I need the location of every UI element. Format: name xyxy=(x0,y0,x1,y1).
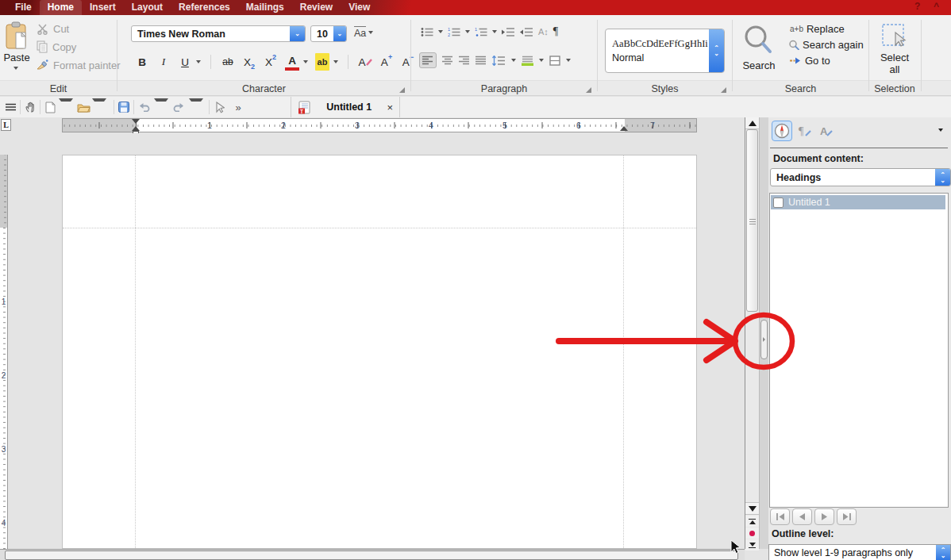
styles-stepper[interactable]: ⌃⌄ xyxy=(709,29,724,72)
tab-home[interactable]: Home xyxy=(40,0,82,15)
increase-indent-icon[interactable] xyxy=(502,27,515,37)
scrollbar-thumb[interactable] xyxy=(746,129,758,312)
styles-dialog-launcher[interactable] xyxy=(721,87,726,93)
sidebar-hide-handle[interactable] xyxy=(760,320,768,359)
tab-view[interactable]: View xyxy=(341,0,378,15)
pointer-tool-icon[interactable] xyxy=(212,98,226,116)
highlight-color-button[interactable]: ab xyxy=(315,53,329,71)
font-size-select[interactable]: 10 ⌄ xyxy=(310,25,347,42)
tab-references[interactable]: References xyxy=(171,0,238,15)
highlight-caret[interactable] xyxy=(333,60,338,63)
heading-checkbox[interactable] xyxy=(773,198,784,208)
decrease-indent-icon[interactable] xyxy=(520,27,533,37)
font-name-select[interactable]: Times New Roman ⌄ xyxy=(131,25,306,42)
numbered-list-icon[interactable]: 12 xyxy=(448,27,460,37)
horizontal-scrollbar[interactable] xyxy=(0,549,745,560)
document-content-stepper[interactable]: ⌃⌄ xyxy=(935,169,950,186)
hamburger-icon[interactable] xyxy=(3,98,17,116)
goto-button[interactable]: Go to xyxy=(790,55,830,67)
help-button[interactable]: ? xyxy=(914,1,920,12)
clear-formatting-button[interactable]: A xyxy=(358,53,372,71)
character-style-tab[interactable]: A xyxy=(816,121,837,141)
right-indent-marker[interactable] xyxy=(620,126,628,131)
hand-icon[interactable] xyxy=(23,98,37,116)
navigator-tab[interactable] xyxy=(772,121,792,141)
first-heading-button[interactable] xyxy=(770,508,790,525)
tab-insert[interactable]: Insert xyxy=(82,0,124,15)
redo-icon[interactable] xyxy=(171,98,186,116)
italic-button[interactable]: I xyxy=(156,53,171,71)
bullet-list-caret[interactable] xyxy=(438,30,443,33)
font-size-stepper[interactable]: ⌄ xyxy=(333,26,346,41)
collapse-ribbon-button[interactable]: ^ xyxy=(934,1,939,12)
headings-listbox[interactable]: Untitled 1 xyxy=(769,193,949,508)
format-painter-button[interactable]: Format painter xyxy=(36,59,121,71)
strikethrough-button[interactable]: ab xyxy=(221,53,235,71)
open-folder-icon[interactable] xyxy=(76,98,90,116)
paragraph-style-tab[interactable]: ¶ xyxy=(795,121,815,141)
next-page-button[interactable] xyxy=(745,539,759,550)
document-tab[interactable]: T Untitled 1 × xyxy=(291,97,400,117)
horizontal-scrollbar-thumb[interactable] xyxy=(5,550,738,560)
outline-list-caret[interactable] xyxy=(492,30,497,33)
align-center-button[interactable] xyxy=(442,56,453,65)
new-doc-icon[interactable] xyxy=(43,98,57,116)
document-content-select[interactable]: Headings ⌃⌄ xyxy=(770,168,951,186)
underline-caret[interactable] xyxy=(196,60,201,63)
list-item-untitled[interactable]: Untitled 1 xyxy=(771,195,945,209)
scroll-up-button[interactable] xyxy=(745,117,759,129)
search-button[interactable] xyxy=(742,24,774,57)
paragraph-shading-caret[interactable] xyxy=(539,59,544,62)
numbered-list-caret[interactable] xyxy=(465,30,470,33)
font-name-stepper[interactable]: ⌄ xyxy=(290,26,305,41)
undo-icon[interactable] xyxy=(137,98,151,116)
tab-layout[interactable]: Layout xyxy=(124,0,171,15)
last-heading-button[interactable] xyxy=(837,508,857,525)
font-color-button[interactable]: A xyxy=(285,53,299,71)
tab-mailings[interactable]: Mailings xyxy=(238,0,292,15)
close-tab-icon[interactable]: × xyxy=(387,102,393,113)
save-icon[interactable] xyxy=(117,98,131,116)
outline-level-select[interactable]: Show level 1-9 paragraphs only ⌃⌄ xyxy=(768,544,951,560)
borders-icon[interactable] xyxy=(549,56,560,66)
align-right-button[interactable] xyxy=(459,56,470,65)
copy-button[interactable]: Copy xyxy=(36,40,76,53)
subscript-button[interactable]: X2 xyxy=(242,53,256,71)
grow-font-button[interactable]: A+ xyxy=(379,53,394,71)
replace-button[interactable]: a+b Replace xyxy=(790,23,845,35)
superscript-button[interactable]: X2 xyxy=(264,53,278,71)
cut-button[interactable]: Cut xyxy=(37,23,69,35)
redo-caret[interactable] xyxy=(189,98,203,116)
first-line-indent-marker[interactable] xyxy=(132,119,140,124)
character-dialog-launcher[interactable] xyxy=(399,87,405,93)
previous-heading-button[interactable] xyxy=(792,508,812,525)
borders-caret[interactable] xyxy=(566,59,571,62)
tab-review[interactable]: Review xyxy=(292,0,341,15)
sidebar-menu-caret[interactable] xyxy=(938,128,943,132)
previous-page-button[interactable] xyxy=(745,516,759,527)
styles-gallery[interactable]: AaBbCcDdEeFfGgHhIi Normal ⌃⌄ xyxy=(605,29,725,73)
paragraph-dialog-launcher[interactable] xyxy=(586,87,591,93)
bullet-list-icon[interactable] xyxy=(421,27,433,37)
paste-dropdown-caret[interactable] xyxy=(13,67,18,70)
scroll-down-button[interactable] xyxy=(745,502,759,515)
outline-level-stepper[interactable]: ⌃⌄ xyxy=(936,545,950,560)
line-spacing-caret[interactable] xyxy=(511,59,516,62)
document-page[interactable] xyxy=(62,155,697,549)
next-heading-button[interactable] xyxy=(814,508,834,525)
tab-file[interactable]: File xyxy=(7,0,40,15)
undo-caret[interactable] xyxy=(154,98,168,116)
font-color-caret[interactable] xyxy=(303,60,308,63)
select-all-button[interactable] xyxy=(881,23,908,50)
change-case-button[interactable]: Aa xyxy=(354,26,373,39)
sort-icon[interactable]: A↕ xyxy=(538,27,549,36)
underline-button[interactable]: U xyxy=(178,53,192,71)
line-spacing-icon[interactable] xyxy=(492,56,506,66)
paste-button[interactable] xyxy=(4,21,31,52)
bold-button[interactable]: B xyxy=(135,53,149,71)
formatting-marks-icon[interactable]: ¶ xyxy=(553,25,558,38)
tab-stop-selector[interactable]: L xyxy=(1,119,11,131)
search-again-button[interactable]: Search again xyxy=(788,39,864,51)
align-left-button[interactable] xyxy=(419,52,437,68)
toolbar-overflow-button[interactable]: » xyxy=(231,98,245,116)
